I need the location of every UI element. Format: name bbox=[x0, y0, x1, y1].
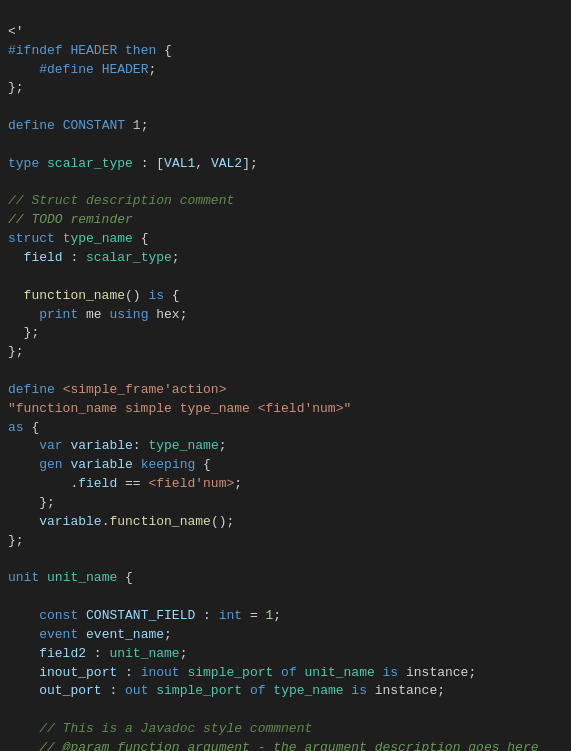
kw-as: as bbox=[8, 420, 24, 435]
kw-is2: is bbox=[351, 683, 367, 698]
kw-int: int bbox=[219, 608, 242, 623]
kw-print: print bbox=[39, 307, 78, 322]
type-name-ref: type_name bbox=[148, 438, 218, 453]
var-variable3: variable bbox=[39, 514, 101, 529]
kw-var: var bbox=[39, 438, 62, 453]
comment-struct-desc: // Struct description comment bbox=[8, 193, 234, 208]
str-fn-simple: "function_name simple type_name <field'n… bbox=[8, 401, 351, 416]
simple-port2: simple_port bbox=[156, 683, 242, 698]
kw-out: out bbox=[125, 683, 148, 698]
kw-event: event bbox=[39, 627, 78, 642]
scalar-type-name: scalar_type bbox=[47, 156, 133, 171]
num-1: 1 bbox=[133, 118, 141, 133]
comment-param: // @param function_argument - the argume… bbox=[8, 740, 539, 751]
val1: VAL1 bbox=[164, 156, 195, 171]
val2: VAL2 bbox=[211, 156, 242, 171]
kw-define: #define bbox=[39, 62, 94, 77]
const-field: CONSTANT_FIELD bbox=[86, 608, 195, 623]
kw-define2: define bbox=[8, 118, 55, 133]
type-name-ref2: type_name bbox=[273, 683, 343, 698]
out-port: out_port bbox=[39, 683, 101, 698]
kw-type: type bbox=[8, 156, 39, 171]
kw-of2: of bbox=[250, 683, 266, 698]
inout-port: inout_port bbox=[39, 665, 117, 680]
field-field: field bbox=[24, 250, 63, 265]
struct-type-name: type_name bbox=[63, 231, 133, 246]
code-editor: <' #ifndef HEADER then { #define HEADER;… bbox=[0, 0, 571, 751]
kw-header2: HEADER bbox=[102, 62, 149, 77]
comment-todo: // TODO reminder bbox=[8, 212, 133, 227]
kw-header: HEADER bbox=[70, 43, 117, 58]
kw-define3: define bbox=[8, 382, 55, 397]
fn-name: function_name bbox=[24, 288, 125, 303]
comment-javadoc: // This is a Javadoc style commnent bbox=[8, 721, 312, 736]
kw-using: using bbox=[109, 307, 148, 322]
angle-bracket: <' bbox=[8, 24, 24, 39]
kw-gen: gen bbox=[39, 457, 62, 472]
kw-then: then bbox=[125, 43, 156, 58]
kw-struct: struct bbox=[8, 231, 55, 246]
unit-name-ref2: unit_name bbox=[305, 665, 375, 680]
scalar-type-ref: scalar_type bbox=[86, 250, 172, 265]
fn-name2: function_name bbox=[109, 514, 210, 529]
kw-is: is bbox=[383, 665, 399, 680]
kw-inout: inout bbox=[141, 665, 180, 680]
unit-name: unit_name bbox=[47, 570, 117, 585]
simple-port: simple_port bbox=[187, 665, 273, 680]
var-variable2: variable bbox=[70, 457, 132, 472]
kw-keeping: keeping bbox=[141, 457, 196, 472]
field2: field2 bbox=[39, 646, 86, 661]
kw-const: const bbox=[39, 608, 78, 623]
kw-is: is bbox=[148, 288, 164, 303]
kw-ifndef: #ifndef bbox=[8, 43, 63, 58]
dot-field: field bbox=[78, 476, 117, 491]
var-variable: variable bbox=[70, 438, 132, 453]
const-name: CONSTANT bbox=[63, 118, 125, 133]
str-field-num: <field'num> bbox=[148, 476, 234, 491]
unit-name-ref: unit_name bbox=[109, 646, 179, 661]
kw-unit: unit bbox=[8, 570, 39, 585]
kw-of: of bbox=[281, 665, 297, 680]
str-frame: <simple_frame'action> bbox=[63, 382, 227, 397]
event-name: event_name bbox=[86, 627, 164, 642]
